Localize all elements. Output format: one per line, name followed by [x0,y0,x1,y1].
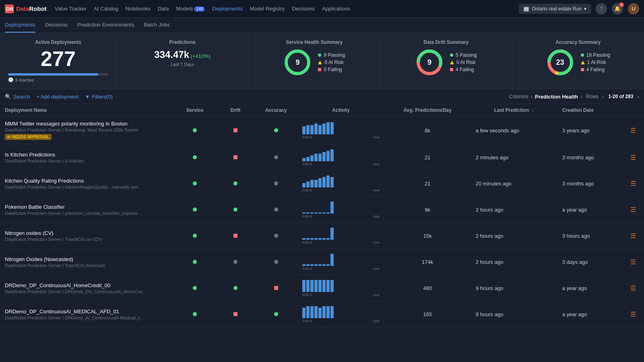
nav-ai-catalog[interactable]: AI Catalog [94,6,118,12]
activity-bar [302,212,305,214]
workspace-label: Ontario real estate Run [532,6,582,12]
accuracy-at-risk: 1 At Risk [581,60,610,65]
nav-applications[interactable]: Applications [322,6,350,12]
avg-predictions-cell: 8k [384,117,471,144]
activity-bar [302,126,305,134]
row-menu-cell[interactable]: ☰ [622,223,644,249]
drift-passing: 5 Passing [450,52,477,58]
accuracy-title: Accuracy Summary [520,39,636,45]
row-menu-cell[interactable]: ☰ [622,197,644,223]
deployment-sub: DataRobot Prediction Server | TrainNOX (… [5,263,168,268]
nav-value-tracker[interactable]: Value Tracker [55,6,87,12]
service-cell [173,223,217,249]
rows-prev-arrow[interactable]: ‹ [603,93,605,100]
chart-labels: Feb 6now [302,267,379,271]
add-deployment-button[interactable]: + Add deployment [36,94,78,100]
activity-chart [302,227,379,240]
table-row[interactable]: Pokemon Battle Classifier DataRobot Pred… [0,197,644,223]
service-failing: 0 Failing [318,67,345,72]
table-row[interactable]: Nitrogen Oxides (Nowcasted) DataRobot Pr… [0,249,644,275]
activity-cell: Feb 6now [297,171,384,197]
drift-status-sq [233,155,237,159]
table-row[interactable]: MMM Twitter messages polarity monitoring… [0,117,644,144]
col-drift[interactable]: Drift [217,104,254,117]
row-menu-icon[interactable]: ☰ [630,206,636,213]
creation-date-cell: 3 months ago [557,144,622,171]
avg-predictions-value: 174k [422,259,433,265]
table-row[interactable]: Is Kitchen Predictions DataRobot Predict… [0,144,644,171]
accuracy-summary-card: Accuracy Summary 23 18 Passing 1 At Risk… [512,33,644,89]
activity-bar [314,264,318,266]
service-cell [173,275,217,301]
row-menu-cell[interactable]: ☰ [622,117,644,144]
columns-next-arrow[interactable]: › [580,93,582,100]
activity-bar [306,238,310,240]
avg-predictions-cell: 21 [384,171,471,197]
accuracy-status-dot [274,260,278,264]
activity-bar [318,125,322,134]
accuracy-cell [254,117,298,144]
subnav-prediction-environments[interactable]: Prediction Environments [77,18,134,33]
row-menu-icon[interactable]: ☰ [630,180,636,187]
columns-prev-arrow[interactable]: ‹ [530,93,533,100]
activity-bar [322,123,326,134]
toolbar-right: Columns ‹ Prediction Health › Rows ‹ 1-2… [509,93,639,100]
last-prediction-value: 20 minutes ago [476,181,512,187]
row-menu-icon[interactable]: ☰ [630,285,636,292]
table-row[interactable]: DRDemo_DP_ContinuousAI_MEDICAL_AFD_01 Da… [0,301,644,327]
table-row[interactable]: Kitchen Quality Rating Predictions DataR… [0,171,644,197]
subnav-deployments[interactable]: Deployments [5,18,35,33]
avg-predictions-cell: 9k [384,197,471,223]
help-button[interactable]: ? [596,3,607,14]
row-menu-icon[interactable]: ☰ [630,311,636,318]
col-activity[interactable]: Activity [297,104,384,117]
nav-model-registry[interactable]: Model Registry [250,6,285,12]
predictions-value: 334.47k [154,49,189,60]
col-avg-predictions[interactable]: Avg. Predictions/Day [384,104,471,117]
activity-bar [326,264,330,266]
nav-decisions[interactable]: Decisions [292,6,315,12]
creation-date-value: a year ago [562,207,587,213]
nav-models[interactable]: Models248 [176,6,205,12]
col-service[interactable]: Service [173,104,217,117]
accuracy-passing: 18 Passing [581,52,610,58]
row-menu-cell[interactable]: ☰ [622,249,644,275]
col-accuracy[interactable]: Accuracy [254,104,298,117]
workspace-chevron-icon: ▾ [584,6,586,12]
activity-cell: Feb 6now [297,197,384,223]
row-menu-icon[interactable]: ☰ [630,259,636,265]
service-health-number: 9 [295,58,299,67]
subnav-batch-jobs[interactable]: Batch Jobs [144,18,169,33]
logo[interactable]: DR DataRobot [5,4,47,13]
row-menu-cell[interactable]: ☰ [622,301,644,327]
avg-predictions-value: 9k [425,207,430,213]
row-menu-icon[interactable]: ☰ [630,127,636,134]
filters-button[interactable]: ▼ Filters(0) [85,94,113,100]
activity-bar [326,151,330,161]
col-last-prediction[interactable]: Last Prediction ↓ [471,104,557,117]
nav-notebooks[interactable]: Notebooks [126,6,151,12]
deployment-name: Pokemon Battle Classifier [5,204,168,210]
table-row[interactable]: DRDemo_DP_ContinuousAI_HomeCredit_00 Dat… [0,275,644,301]
col-creation-date[interactable]: Creation Date [557,104,622,117]
user-avatar[interactable]: U [628,3,639,14]
search-button[interactable]: 🔍 Search [5,94,30,100]
row-menu-icon[interactable]: ☰ [630,232,636,239]
last-prediction-cell: 2 hours ago [471,223,557,249]
nav-data[interactable]: Data [158,6,169,12]
row-menu-cell[interactable]: ☰ [622,275,644,301]
col-deployment-name[interactable]: Deployment Name [0,104,173,117]
columns-label: Columns [509,94,528,99]
workspace-button[interactable]: 🏢 Ontario real estate Run ▾ [519,4,591,14]
row-menu-cell[interactable]: ☰ [622,144,644,171]
rows-next-arrow[interactable]: › [637,93,639,100]
notifications-button[interactable]: 🔔 3 [612,3,623,14]
last-prediction-cell: a few seconds ago [471,117,557,144]
subnav-decisions[interactable]: Decisions [45,18,68,33]
row-menu-icon[interactable]: ☰ [630,154,636,161]
row-menu-cell[interactable]: ☰ [622,171,644,197]
accuracy-status-dot [274,128,278,132]
nav-deployments[interactable]: Deployments [212,6,243,12]
table-row[interactable]: Nitrogen oxides (CV) DataRobot Predictio… [0,223,644,249]
datarobot-logo-icon: DR [5,4,14,13]
